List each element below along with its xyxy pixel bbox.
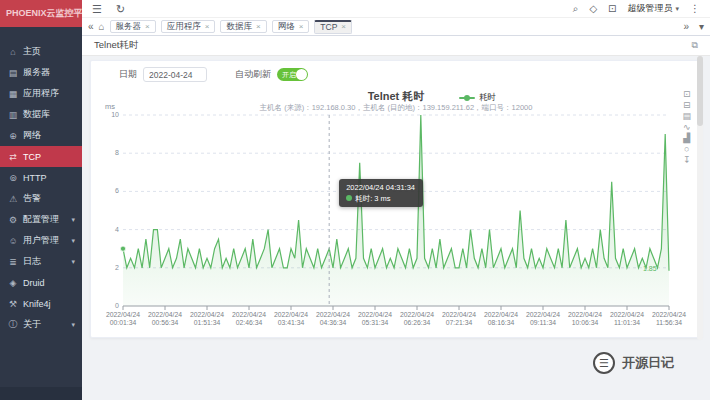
tag-icon[interactable]: ◇ (589, 3, 597, 15)
sidebar-item-home[interactable]: ⌂主页 (0, 41, 82, 62)
tab-label: 服务器 (116, 21, 142, 33)
tab-network[interactable]: 网络× (272, 20, 310, 33)
auto-refresh-toggle[interactable]: 开启 (277, 68, 308, 81)
x-axis-tick-label: 2022/04/2406:26:34 (400, 311, 434, 327)
tabs-menu-icon[interactable]: ▾ (699, 20, 704, 34)
topbar: ☰ ↻ ⌕◇⊡ 超级管理员 ▾ ⋮ (82, 0, 710, 18)
sidebar-item-network[interactable]: ⊕网络 (0, 125, 82, 146)
endpoint-value-label: 1.85 (643, 265, 657, 272)
close-icon[interactable]: × (256, 23, 261, 31)
x-axis-tick-label: 2022/04/2411:56:34 (652, 311, 686, 327)
datazoom-reset-icon[interactable]: ⊟ (682, 100, 691, 110)
sidebar-item-label: Druid (23, 278, 45, 288)
close-icon[interactable]: × (205, 23, 210, 31)
content-scrollbar[interactable] (697, 56, 703, 340)
knife4j-icon: ⚒ (8, 299, 18, 309)
close-icon[interactable]: × (145, 23, 150, 31)
sidebar-item-log[interactable]: ≣日志▾ (0, 251, 82, 272)
tab-application[interactable]: 应用程序× (161, 20, 216, 33)
user-menu[interactable]: 超级管理员 ▾ (627, 2, 679, 15)
druid-icon: ◈ (8, 278, 18, 288)
sidebar-item-label: TCP (23, 152, 41, 162)
tab-server[interactable]: 服务器× (110, 20, 156, 33)
topbar-right: ⌕◇⊡ 超级管理员 ▾ ⋮ (573, 2, 700, 15)
dataview-icon[interactable]: ▤ (682, 111, 691, 121)
search-icon[interactable]: ⌕ (573, 3, 579, 15)
x-axis-tick-label: 2022/04/2407:21:34 (442, 311, 476, 327)
card-fullscreen-icon[interactable]: ⧉ (692, 40, 698, 51)
chevron-down-icon: ▾ (71, 216, 75, 224)
watermark-logo-icon: ☰ (593, 352, 615, 374)
close-icon[interactable]: × (341, 23, 346, 31)
home-tab-icon[interactable]: ⌂ (99, 21, 105, 32)
sidebar-item-about[interactable]: ⓘ关于▾ (0, 314, 82, 335)
sidebar-menu: ⌂主页▤服务器▦应用程序▥数据库⊕网络⇄TCP⊚HTTP⚠告警⚙配置管理▾☺用户… (0, 27, 82, 335)
user-name: 超级管理员 (627, 2, 672, 15)
y-axis-tick-label: 4 (93, 226, 119, 233)
datazoom-icon[interactable]: ⊡ (682, 89, 691, 99)
x-axis-tick-label: 2022/04/2408:16:34 (484, 311, 518, 327)
legend-label: 耗时 (479, 92, 496, 104)
chart-plot-area[interactable] (123, 115, 669, 315)
bar-chart-icon[interactable]: ▟ (682, 133, 691, 143)
y-axis-tick-label: 0 (93, 302, 119, 309)
close-icon[interactable]: × (299, 23, 304, 31)
line-chart-icon[interactable]: ∿ (682, 122, 691, 132)
tab-label: 数据库 (226, 21, 252, 33)
sidebar-item-label: 网络 (23, 129, 41, 142)
network-icon: ⊕ (8, 131, 18, 141)
sidebar-item-application[interactable]: ▦应用程序 (0, 83, 82, 104)
sidebar-item-user[interactable]: ☺用户管理▾ (0, 230, 82, 251)
tags-view-bar: « ⌂ 服务器×应用程序×数据库×网络×TCP× » ▾ (82, 18, 710, 36)
refresh-icon[interactable]: ↻ (116, 0, 125, 18)
sidebar-item-alarm[interactable]: ⚠告警 (0, 188, 82, 209)
y-axis-tick-label: 2 (93, 264, 119, 271)
hamburger-icon[interactable]: ☰ (92, 0, 102, 18)
sidebar-item-http[interactable]: ⊚HTTP (0, 167, 82, 188)
sidebar-item-config[interactable]: ⚙配置管理▾ (0, 209, 82, 230)
tab-label: 网络 (278, 21, 295, 33)
y-axis-tick-label: 6 (93, 187, 119, 194)
tab-label: TCP (320, 22, 337, 32)
more-icon[interactable]: ⋮ (690, 3, 700, 14)
chart-tooltip: 2022/04/24 04:31:34 耗时: 3 ms (339, 179, 423, 207)
chevron-down-icon: ▾ (71, 237, 75, 245)
tab-database[interactable]: 数据库× (220, 20, 266, 33)
app-logo: PHOENIX云监控平台 (0, 0, 82, 27)
sidebar-item-label: 配置管理 (23, 213, 59, 226)
gear-icon: ⚙ (8, 215, 18, 225)
scrollbar-thumb[interactable] (697, 56, 703, 126)
database-icon: ▥ (8, 110, 18, 120)
sidebar-item-tcp[interactable]: ⇄TCP (0, 146, 82, 167)
telnet-latency-chart: Telnet 耗时 主机名 (来源)：192.168.0.30，主机名 (目的地… (91, 87, 701, 337)
x-axis-labels: 2022/04/2400:01:342022/04/2400:56:342022… (123, 311, 669, 331)
filter-bar: 日期 自动刷新 开启 (119, 67, 308, 82)
date-input[interactable] (143, 67, 207, 82)
sidebar-item-database[interactable]: ▥数据库 (0, 104, 82, 125)
sidebar-collapse-bar[interactable] (0, 387, 82, 400)
legend-item-haoshi[interactable]: 耗时 (459, 92, 496, 104)
watermark: ☰ 开源日记 (593, 352, 674, 374)
app-title: PHOENIX云监控平台 (6, 7, 82, 20)
save-image-icon[interactable]: ↧ (682, 155, 691, 165)
tab-tcp[interactable]: TCP× (314, 20, 352, 34)
restore-icon[interactable]: ○ (682, 144, 691, 154)
page-header: Telnet耗时 ⧉ (82, 36, 710, 56)
page-title: Telnet耗时 (94, 39, 138, 52)
chevron-down-icon: ▾ (71, 321, 75, 329)
watermark-text: 开源日记 (622, 354, 674, 372)
x-axis-tick-label: 2022/04/2402:46:34 (232, 311, 266, 327)
fullscreen-icon[interactable]: ⊡ (608, 3, 616, 15)
scroll-left-icon[interactable]: « (88, 20, 94, 34)
sidebar-item-knife4j[interactable]: ⚒Knife4j (0, 293, 82, 314)
toggle-on-text: 开启 (282, 71, 296, 78)
apps-icon: ▦ (8, 89, 18, 99)
scroll-right-icon[interactable]: » (683, 20, 689, 34)
alarm-bell-icon: ⚠ (8, 194, 18, 204)
date-label: 日期 (119, 68, 137, 81)
sidebar-item-druid[interactable]: ◈Druid (0, 272, 82, 293)
auto-refresh-label: 自动刷新 (235, 68, 271, 81)
chart-subtitle: 主机名 (来源)：192.168.0.30，主机名 (目的地)：139.159.… (91, 103, 701, 113)
x-axis-tick-label: 2022/04/2400:01:34 (106, 311, 140, 327)
sidebar-item-server[interactable]: ▤服务器 (0, 62, 82, 83)
